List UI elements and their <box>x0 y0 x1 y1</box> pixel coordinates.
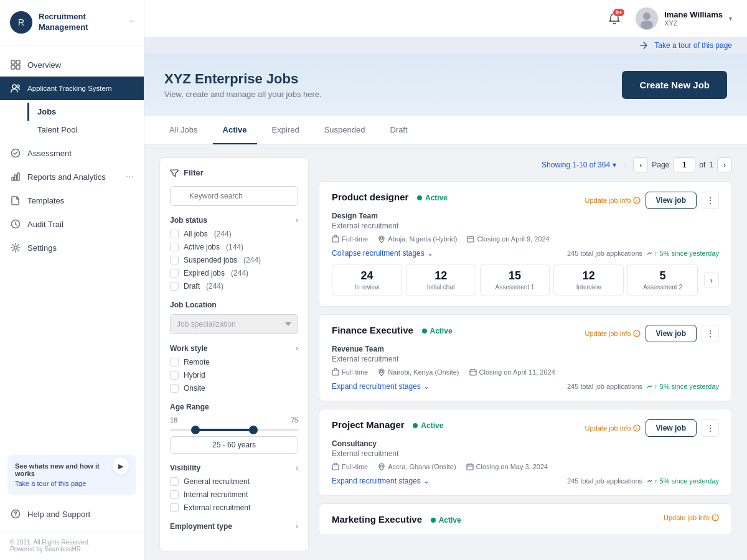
internal-recruitment-option[interactable]: Internal recruitment <box>170 490 298 499</box>
tab-suspended[interactable]: Suspended <box>314 116 375 144</box>
sidebar-item-assessment[interactable]: Assessment <box>0 141 144 165</box>
create-job-button[interactable]: Create New Job <box>622 71 727 99</box>
collapse-stages-link-1[interactable]: Collapse recruitment stages ⌄ <box>332 249 433 258</box>
hybrid-option[interactable]: Hybrid <box>170 371 298 380</box>
svg-rect-1 <box>16 60 20 64</box>
view-job-button-1[interactable]: View job <box>646 192 697 209</box>
update-job-link-2[interactable]: Update job info i <box>585 330 641 337</box>
filter-option-expired[interactable]: Expired jobs (244) <box>170 269 298 278</box>
sidebar-item-audit[interactable]: Audit Trail <box>0 212 144 236</box>
sidebar-logo[interactable]: R Recruitment Management ⌃ <box>0 0 144 45</box>
svg-point-25 <box>380 370 383 373</box>
stage-in-review[interactable]: 24 In review <box>332 264 402 296</box>
onsite-checkbox[interactable] <box>170 384 179 393</box>
active-jobs-checkbox[interactable] <box>170 243 179 251</box>
suspended-jobs-checkbox[interactable] <box>170 256 179 264</box>
view-job-button-2[interactable]: View job <box>646 325 697 342</box>
view-job-button-3[interactable]: View job <box>646 419 697 437</box>
location-select[interactable]: Job specialization <box>170 314 298 334</box>
job-status-1: Active <box>417 194 448 202</box>
tab-draft[interactable]: Draft <box>380 116 417 144</box>
job-card-4: Marketing Executive Active Update job in… <box>319 503 732 535</box>
sidebar-item-templates[interactable]: Templates <box>0 189 144 212</box>
general-recruitment-checkbox[interactable] <box>170 477 179 486</box>
svg-rect-19 <box>332 237 339 242</box>
gear-icon <box>10 242 21 253</box>
range-thumb-right[interactable] <box>249 426 258 434</box>
promo-link[interactable]: Take a tour of this page <box>15 480 113 487</box>
external-recruitment-option[interactable]: External recruitment <box>170 503 298 512</box>
tab-all-jobs[interactable]: All Jobs <box>159 116 208 144</box>
sidebar-item-overview[interactable]: Overview <box>0 53 144 77</box>
play-button[interactable]: ▶ <box>113 457 129 475</box>
external-recruitment-checkbox[interactable] <box>170 503 179 512</box>
sidebar-item-help[interactable]: Help and Support <box>0 502 144 526</box>
remote-checkbox[interactable] <box>170 358 179 366</box>
range-fill <box>195 429 253 431</box>
main-content: 9+ Imane Williams XYZ ▾ Take a tour of t… <box>144 0 747 560</box>
sidebar-item-jobs[interactable]: Jobs <box>27 103 144 121</box>
more-options-button-1[interactable]: ⋮ <box>702 192 719 209</box>
chevron-down-icon: ▾ <box>729 15 732 22</box>
expand-stages-link-3[interactable]: Expand recruitment stages ⌄ <box>332 477 430 485</box>
stage-assessment-2[interactable]: 5 Assessment 2 <box>627 264 698 296</box>
page-number-input[interactable] <box>673 157 695 172</box>
general-recruitment-option[interactable]: General recruitment <box>170 477 298 486</box>
expand-stages-link-2[interactable]: Expand recruitment stages ⌄ <box>332 382 430 391</box>
expired-jobs-checkbox[interactable] <box>170 269 179 278</box>
closing-date-1: Closing on April 9, 2024 <box>467 235 549 243</box>
job-meta-1: Full-time Abuja, Nigeria (Hybrid) Closin… <box>332 235 719 243</box>
onsite-option[interactable]: Onsite <box>170 384 298 393</box>
sidebar-item-label: Reports and Analytics <box>27 172 106 182</box>
range-thumb-left[interactable] <box>191 426 200 434</box>
closing-date-3: Closing on May 3, 2024 <box>466 463 548 470</box>
tab-active[interactable]: Active <box>213 116 257 144</box>
filter-search-wrap: 🔍 <box>170 186 298 206</box>
status-dot-icon <box>422 329 427 334</box>
stage-assessment-1[interactable]: 15 Assessment 1 <box>480 264 550 296</box>
prev-page-button[interactable]: ‹ <box>633 157 648 172</box>
more-icon[interactable]: ··· <box>126 171 134 182</box>
tour-banner[interactable]: Take a tour of this page <box>144 37 747 54</box>
update-job-link-3[interactable]: Update job info i <box>585 424 641 432</box>
svg-rect-29 <box>332 465 339 470</box>
remote-option[interactable]: Remote <box>170 358 298 366</box>
chevron-right-icon: › <box>296 464 298 472</box>
sidebar-item-reports[interactable]: Reports and Analytics ··· <box>0 165 144 189</box>
update-job-link-4[interactable]: Update job info i <box>664 514 719 521</box>
stage-interview[interactable]: 12 Interview <box>553 264 624 296</box>
filter-option-draft[interactable]: Draft (244) <box>170 282 298 291</box>
status-dot-icon <box>413 423 418 428</box>
filter-option-active[interactable]: Active jobs (144) <box>170 243 298 251</box>
user-menu[interactable]: Imane Williams XYZ ▾ <box>636 7 732 30</box>
chevron-right-icon: › <box>296 522 298 531</box>
all-jobs-checkbox[interactable] <box>170 230 179 238</box>
sidebar-item-ats[interactable]: Applicant Tracking System <box>0 77 144 100</box>
internal-recruitment-checkbox[interactable] <box>170 490 179 499</box>
update-job-link-1[interactable]: Update job info i <box>585 197 641 204</box>
clock-icon <box>10 218 21 230</box>
sidebar-item-settings[interactable]: Settings <box>0 236 144 259</box>
draft-checkbox[interactable] <box>170 282 179 291</box>
keyword-search-input[interactable] <box>170 186 298 206</box>
next-page-button[interactable]: › <box>717 157 732 172</box>
page-content: Take a tour of this page XYZ Enterprise … <box>144 37 747 560</box>
filter-option-suspended[interactable]: Suspended jobs (244) <box>170 256 298 264</box>
svg-rect-24 <box>332 370 339 375</box>
notification-button[interactable]: 9+ <box>603 7 626 30</box>
logo-icon: R <box>10 11 32 34</box>
work-style-title: Work style › <box>170 344 298 353</box>
job-status-2: Active <box>422 327 453 335</box>
more-options-button-3[interactable]: ⋮ <box>702 419 719 437</box>
sidebar-item-label: Templates <box>27 196 64 205</box>
showing-count[interactable]: Showing 1-10 of 364 ▾ <box>542 161 616 169</box>
stages-next-button[interactable]: › <box>704 273 719 287</box>
tab-expired[interactable]: Expired <box>262 116 309 144</box>
more-options-button-2[interactable]: ⋮ <box>702 325 719 342</box>
filter-option-all[interactable]: All jobs (244) <box>170 230 298 238</box>
hybrid-checkbox[interactable] <box>170 371 179 380</box>
svg-point-4 <box>12 85 16 88</box>
sidebar-item-talent-pool[interactable]: Talent Pool <box>27 121 144 139</box>
stage-initial-chat[interactable]: 12 Initial chat <box>406 264 476 296</box>
sidebar-item-label: Help and Support <box>27 510 90 519</box>
